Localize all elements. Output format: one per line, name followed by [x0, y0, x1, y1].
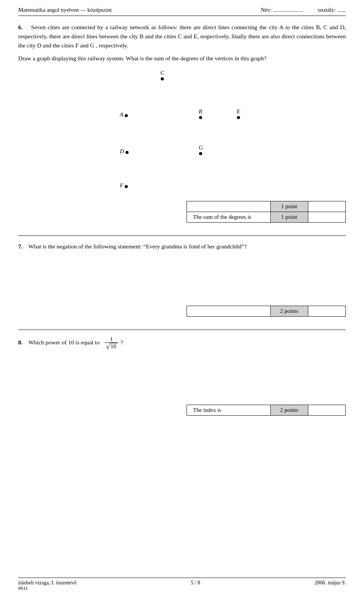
score-table-7: 2 points [187, 306, 346, 317]
header-subject: Matematika angol nyelven — középszint [18, 7, 112, 13]
score-table-8: The index is 2 points [187, 405, 346, 416]
page: Matematika angol nyelven — középszint Né… [0, 0, 364, 592]
problem-6-draw-instruction: Draw a graph displaying this railway sys… [18, 55, 267, 61]
problem-8-text: 8. Which power of 10 is equal to 1 √10 ? [18, 336, 346, 350]
node-E: E [237, 108, 240, 119]
score-section-6: 1 point The sum of the degrees is 1 poin… [18, 199, 346, 229]
score-table-6: 1 point The sum of the degrees is 1 poin… [187, 201, 346, 223]
score-row-6-1: 1 point [187, 201, 346, 212]
problem-7: 7. What is the negation of the following… [18, 242, 346, 323]
score-row-8-1: The index is 2 points [187, 405, 346, 415]
problem-6-draw: Draw a graph displaying this railway sys… [18, 54, 346, 63]
problem-6-body: Seven cities are connected by a railway … [18, 24, 346, 49]
problem-7-body: What is the negation of the following st… [28, 243, 247, 250]
problem-8-number: 8. [18, 339, 23, 345]
header-right: Név: ..................... osztály: ....… [260, 7, 346, 13]
name-label: Név: ..................... [260, 7, 303, 13]
node-B: B [199, 108, 202, 119]
problem-8-after: ? [120, 339, 123, 345]
score-section-8: The index is 2 points [18, 403, 346, 422]
class-label: osztály: ...... [318, 7, 346, 13]
problem-8-answer-space [18, 354, 346, 403]
page-header: Matematika angol nyelven — középszint Né… [18, 7, 346, 16]
section-divider-7-8 [18, 330, 346, 330]
node-C: C [160, 70, 164, 80]
footer-right: 2006. május 9. [315, 580, 346, 586]
score-row-6-2: The sum of the degrees is 1 point [187, 212, 346, 223]
problem-6-text: 6. Seven cities are connected by a railw… [18, 23, 346, 50]
score-section-7: 2 points [18, 304, 346, 323]
problem-7-number: 7. [18, 243, 23, 250]
node-A: A [120, 111, 128, 118]
node-G: G [199, 144, 203, 155]
math-fraction: 1 √10 [105, 336, 118, 350]
graph-area: C B E A G D F [18, 67, 346, 196]
node-D: D [120, 148, 129, 155]
page-footer: írásbeli vizsga, I. összetevő 5 / 8 2006… [18, 578, 346, 586]
score-row-7-1: 2 points [187, 306, 346, 317]
footer-center: 5 / 8 [191, 580, 200, 586]
problem-7-answer-space [18, 255, 346, 304]
node-F: F [120, 182, 128, 189]
subject-label: Matematika angol nyelven — középszint [18, 7, 112, 13]
problem-6-number: 6. [18, 24, 23, 30]
doc-id: 0611 [18, 585, 28, 591]
section-divider-6-7 [18, 236, 346, 236]
problem-7-text: 7. What is the negation of the following… [18, 242, 346, 251]
problem-8: 8. Which power of 10 is equal to 1 √10 ?… [18, 336, 346, 422]
problem-8-before: Which power of 10 is equal to [28, 339, 100, 345]
